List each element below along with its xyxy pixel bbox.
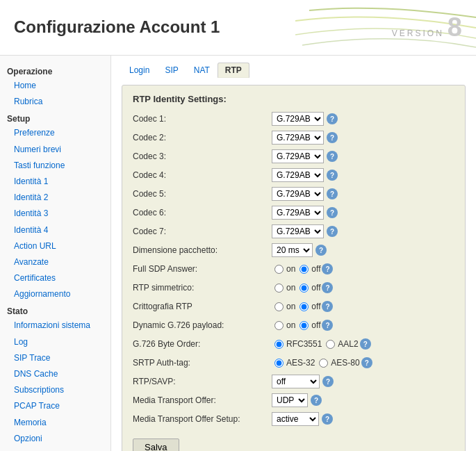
sidebar-section-manuale: Manuale <box>0 447 110 451</box>
sidebar-item-identita-2[interactable]: Identità 2 <box>0 190 110 206</box>
control-g726-byte-order: RFC3551 AAL2 ? <box>272 338 371 350</box>
select-codec7[interactable]: G.729ABG.711uG.711a <box>272 224 324 238</box>
label-rtp-savp: RTP/SAVP: <box>133 377 272 386</box>
help-icon-codec6[interactable]: ? <box>327 207 338 218</box>
help-icon-codec5[interactable]: ? <box>327 188 338 199</box>
radio-g726-aal2[interactable] <box>326 340 335 349</box>
control-codec7: G.729ABG.711uG.711a ? <box>272 224 338 238</box>
radio-dyn-g726-on[interactable] <box>274 321 284 330</box>
help-icon-codec2[interactable]: ? <box>327 132 338 143</box>
radio-label-dyn-g726-off: off <box>311 320 320 330</box>
label-full-sdp-answer: Full SDP Answer: <box>133 264 272 274</box>
sidebar-item-certificates[interactable]: Certificates <box>0 270 110 286</box>
select-codec2[interactable]: G.729ABG.711uG.711a <box>272 131 324 145</box>
tab-nat[interactable]: NAT <box>186 63 218 78</box>
control-codec3: G.729ABG.711uG.711a ? <box>272 149 338 163</box>
tab-sip[interactable]: SIP <box>157 63 186 78</box>
label-srtp-auth-tag: SRTP Auth-tag: <box>133 358 272 368</box>
help-icon-codec4[interactable]: ? <box>327 170 338 181</box>
radio-dyn-g726-off[interactable] <box>299 321 309 330</box>
control-codec1: G.729ABG.711uG.711aG.722 ? <box>272 112 338 126</box>
select-codec3[interactable]: G.729ABG.711uG.711a <box>272 149 324 163</box>
sidebar-item-tasti-funzione[interactable]: Tasti funzione <box>0 158 110 174</box>
help-icon-media-transport-offer[interactable]: ? <box>311 395 322 406</box>
radio-label-full-sdp-off: off <box>311 264 320 274</box>
sidebar-item-identita-4[interactable]: Identità 4 <box>0 222 110 238</box>
help-icon-media-transport-offer-setup[interactable]: ? <box>322 413 333 425</box>
radio-label-srtp-aes32: AES-32 <box>286 358 315 368</box>
help-icon-full-sdp-answer[interactable]: ? <box>322 263 333 274</box>
help-icon-dimensione-pacchetto[interactable]: ? <box>315 245 327 256</box>
help-icon-g726-byte-order[interactable]: ? <box>360 338 371 350</box>
row-rtp-simmetrico: RTP simmetrico: on off ? <box>133 280 454 295</box>
sidebar-item-opzioni[interactable]: Opzioni <box>0 431 110 447</box>
select-dimensione-pacchetto[interactable]: 10 ms20 ms30 ms40 ms <box>272 243 313 257</box>
control-srtp-auth-tag: AES-32 AES-80 ? <box>272 357 372 368</box>
sidebar-item-pcap-trace[interactable]: PCAP Trace <box>0 398 110 414</box>
label-codec5: Codec 5: <box>133 189 272 199</box>
main-content: Login SIP NAT RTP RTP Identity Settings:… <box>111 56 476 451</box>
control-codec6: G.729ABG.711uG.711a ? <box>272 206 338 220</box>
sidebar: Operazione Home Rubrica Setup Preferenze… <box>0 56 111 451</box>
radio-critto-rtp-on[interactable] <box>274 302 284 311</box>
sidebar-item-memoria[interactable]: Memoria <box>0 415 110 431</box>
sidebar-item-subscriptions[interactable]: Subscriptions <box>0 382 110 398</box>
sidebar-item-identita-3[interactable]: Identità 3 <box>0 206 110 222</box>
help-icon-codec7[interactable]: ? <box>327 226 338 237</box>
sidebar-item-avanzate[interactable]: Avanzate <box>0 254 110 270</box>
control-codec4: G.729ABG.711uG.711a ? <box>272 168 338 182</box>
sidebar-item-informazioni-sistema[interactable]: Informazioni sistema <box>0 318 110 334</box>
control-codec2: G.729ABG.711uG.711a ? <box>272 131 338 145</box>
save-button[interactable]: Salva <box>133 438 179 451</box>
sidebar-item-preferenze[interactable]: Preferenze <box>0 125 110 141</box>
radio-rtp-sim-off[interactable] <box>299 284 309 293</box>
tab-login[interactable]: Login <box>122 63 157 78</box>
row-codec1: Codec 1: G.729ABG.711uG.711aG.722 ? <box>133 111 454 126</box>
sidebar-item-dns-cache[interactable]: DNS Cache <box>0 366 110 382</box>
radio-critto-rtp-off[interactable] <box>299 302 309 311</box>
select-codec5[interactable]: G.729ABG.711uG.711a <box>272 187 324 201</box>
tab-rtp[interactable]: RTP <box>218 63 249 78</box>
sidebar-item-home[interactable]: Home <box>0 78 110 94</box>
radio-label-full-sdp-on: on <box>286 264 295 274</box>
version-block: VERSION 8 <box>392 13 462 42</box>
sidebar-item-rubrica[interactable]: Rubrica <box>0 94 110 110</box>
settings-title: RTP Identity Settings: <box>133 94 454 104</box>
help-icon-codec3[interactable]: ? <box>327 151 338 162</box>
radio-srtp-aes80[interactable] <box>319 359 328 368</box>
label-media-transport-offer: Media Transport Offer: <box>133 395 272 405</box>
radio-label-critto-rtp-on: on <box>286 302 295 311</box>
radio-label-srtp-aes80: AES-80 <box>331 358 359 368</box>
select-media-transport-offer-setup[interactable]: activepassiveactpass <box>272 412 319 426</box>
sidebar-item-sip-trace[interactable]: SIP Trace <box>0 350 110 366</box>
help-icon-rtp-simmetrico[interactable]: ? <box>322 282 333 293</box>
label-codec1: Codec 1: <box>133 114 272 124</box>
select-codec6[interactable]: G.729ABG.711uG.711a <box>272 206 324 220</box>
radio-label-critto-rtp-off: off <box>311 302 320 311</box>
select-codec1[interactable]: G.729ABG.711uG.711aG.722 <box>272 112 324 126</box>
help-icon-codec1[interactable]: ? <box>327 113 338 124</box>
sidebar-item-identita-1[interactable]: Identità 1 <box>0 174 110 190</box>
radio-rtp-sim-on[interactable] <box>274 284 284 293</box>
help-icon-srtp-auth-tag[interactable]: ? <box>361 357 372 368</box>
row-crittografia-rtp: Crittografia RTP on off ? <box>133 299 454 314</box>
select-rtp-savp[interactable]: offonoptional <box>272 375 320 388</box>
help-icon-rtp-savp[interactable]: ? <box>322 376 334 387</box>
sidebar-item-numeri-brevi[interactable]: Numeri brevi <box>0 142 110 158</box>
radio-srtp-aes32[interactable] <box>274 359 284 368</box>
sidebar-item-action-url[interactable]: Action URL <box>0 238 110 254</box>
control-codec5: G.729ABG.711uG.711a ? <box>272 187 338 201</box>
select-media-transport-offer[interactable]: UDPTCP <box>272 393 308 407</box>
label-codec7: Codec 7: <box>133 227 272 236</box>
select-codec4[interactable]: G.729ABG.711uG.711a <box>272 168 324 182</box>
radio-g726-rfc3551[interactable] <box>274 340 284 349</box>
radio-full-sdp-off[interactable] <box>299 265 309 274</box>
sidebar-item-log[interactable]: Log <box>0 334 110 350</box>
row-dimensione-pacchetto: Dimensione pacchetto: 10 ms20 ms30 ms40 … <box>133 243 454 258</box>
label-rtp-simmetrico: RTP simmetrico: <box>133 283 272 293</box>
help-icon-dynamic-g726[interactable]: ? <box>322 320 333 331</box>
radio-full-sdp-on[interactable] <box>274 265 284 274</box>
sidebar-item-aggiornamento[interactable]: Aggiornamento <box>0 286 110 302</box>
version-label: VERSION <box>392 28 444 38</box>
help-icon-crittografia-rtp[interactable]: ? <box>322 301 333 312</box>
